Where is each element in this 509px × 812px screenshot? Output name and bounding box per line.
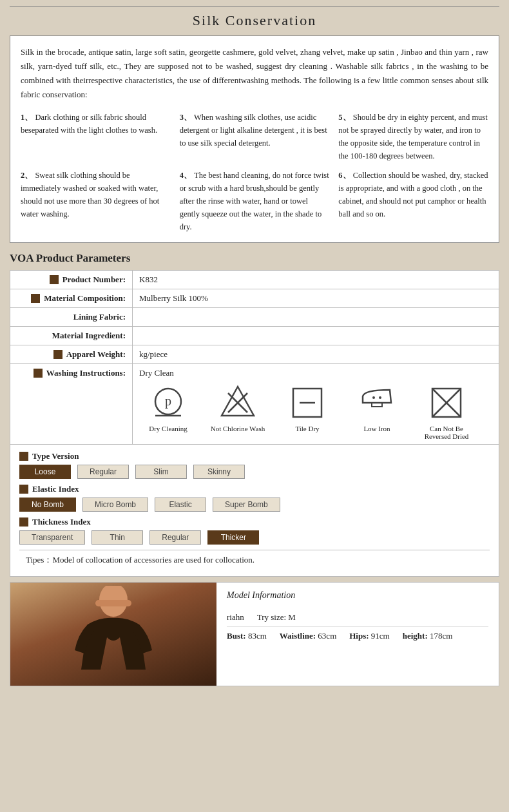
washing-value: Dry Clean p Dry Cleaning Not Chlorine Wa…	[133, 364, 499, 445]
variant-btn-1[interactable]: Regular	[77, 465, 129, 479]
silk-tip-2: 3、 When washing silk clothes, use acidic…	[180, 111, 330, 162]
dot-icon	[19, 452, 28, 461]
dot-icon	[50, 275, 59, 284]
variant-full-cell: Type VersionLooseRegularSlimSkinnyElasti…	[10, 445, 499, 577]
dot-icon	[31, 294, 40, 303]
tip-number: 2、	[21, 171, 33, 180]
not-chlorine-wash-icon: Not Chlorine Wash	[209, 383, 267, 432]
measurement-1: Waistline: 63cm	[280, 631, 336, 641]
variant-full-row: Type VersionLooseRegularSlimSkinnyElasti…	[10, 445, 499, 577]
svg-point-10	[379, 396, 381, 399]
param-label-4: Apparel Weight:	[10, 345, 133, 364]
param-row-0: Product Number:K832	[10, 271, 499, 289]
model-info-title: Model Information	[227, 590, 488, 601]
page-wrapper: Silk Conservation Silk in the brocade, a…	[0, 0, 509, 693]
param-value-0: K832	[133, 271, 499, 289]
variant-buttons: No BombMicro BombElasticSuper Bomb	[19, 498, 490, 512]
dot-icon	[53, 350, 62, 359]
model-measurements-row: Bust: 83cmWaistline: 63cmHips: 91cmheigh…	[227, 627, 488, 645]
silk-tip-3: 5、 Should be dry in eighty percent, and …	[338, 111, 488, 162]
tip-number: 6、	[338, 171, 351, 180]
variant-btn-3[interactable]: Thicker	[207, 530, 259, 545]
param-label-2: Lining Fabric:	[10, 308, 133, 327]
silk-title: Silk Conservation	[10, 12, 499, 29]
model-section: Model Information riahn Try size: M Bust…	[10, 582, 499, 686]
measurement-0: Bust: 83cm	[227, 631, 267, 641]
tile-dry-icon: Tile Dry	[278, 383, 336, 432]
svg-text:p: p	[165, 394, 171, 409]
variant-btn-0[interactable]: Transparent	[19, 530, 85, 545]
param-label-3: Material Ingredient:	[10, 327, 133, 345]
param-row-3: Material Ingredient:	[10, 327, 499, 345]
param-row-2: Lining Fabric:	[10, 308, 499, 327]
param-label-1: Material Composition:	[10, 289, 133, 308]
params-table: Product Number:K832Material Composition:…	[10, 270, 499, 577]
param-row-4: Apparel Weight:kg/piece	[10, 345, 499, 364]
model-photo-placeholder	[10, 583, 216, 686]
param-label-0: Product Number:	[10, 271, 133, 289]
model-try-size: Try size: M	[257, 612, 296, 623]
variant-btn-3[interactable]: Skinny	[193, 465, 245, 479]
svg-rect-15	[95, 600, 131, 606]
dry-cleaning-icon: p Dry Cleaning	[139, 383, 197, 432]
model-name: riahn	[227, 612, 244, 623]
washing-icons-row: p Dry Cleaning Not Chlorine Wash Tile Dr…	[139, 383, 492, 440]
variant-row-label: Type Version	[19, 451, 490, 461]
variant-btn-3[interactable]: Super Bomb	[213, 498, 280, 512]
param-value-3	[133, 327, 499, 345]
variant-btn-0[interactable]: No Bomb	[19, 498, 76, 512]
variant-btn-2[interactable]: Regular	[149, 530, 201, 545]
variant-btn-0[interactable]: Loose	[19, 465, 71, 479]
tip-number: 3、	[180, 113, 192, 122]
param-value-4: kg/piece	[133, 345, 499, 364]
variant-buttons: LooseRegularSlimSkinny	[19, 465, 490, 479]
top-divider	[10, 6, 499, 7]
washing-label: Washing Instructions:	[10, 364, 133, 445]
param-row-1: Material Composition:Mulberry Silk 100%	[10, 289, 499, 308]
silk-tip-1: 1、 Dark clothing or silk fabric should b…	[21, 111, 171, 162]
tip-number: 5、	[338, 113, 351, 122]
tip-number: 1、	[21, 113, 33, 122]
icon-label: Can Not Be Reversed Dried	[418, 425, 475, 440]
variant-section: Elastic IndexNo BombMicro BombElasticSup…	[19, 484, 490, 512]
param-value-1: Mulberry Silk 100%	[133, 289, 499, 308]
dot-icon	[19, 485, 28, 494]
svg-point-9	[372, 396, 375, 399]
model-info: Model Information riahn Try size: M Bust…	[216, 583, 499, 686]
icon-label: Dry Cleaning	[149, 425, 187, 432]
silk-tips-grid: 1、 Dark clothing or silk fabric should b…	[21, 111, 488, 233]
silk-intro: Silk in the brocade, antique satin, larg…	[21, 45, 488, 102]
variant-btn-2[interactable]: Slim	[135, 465, 187, 479]
silk-box: Silk in the brocade, antique satin, larg…	[10, 35, 499, 243]
icon-label: Low Iron	[363, 425, 390, 432]
dot-icon	[34, 369, 43, 378]
svg-marker-3	[222, 387, 254, 416]
icon-label: Not Chlorine Wash	[211, 425, 265, 432]
voa-title: VOA Product Parameters	[10, 252, 499, 265]
model-silhouette	[49, 586, 178, 686]
variant-row-label: Thickness Index	[19, 517, 490, 527]
measurement-2: Hips: 91cm	[349, 631, 389, 641]
variant-btn-2[interactable]: Elastic	[155, 498, 206, 512]
washing-row: Washing Instructions:Dry Clean p Dry Cle…	[10, 364, 499, 445]
variant-btn-1[interactable]: Micro Bomb	[82, 498, 148, 512]
silk-tip-6: 6、 Collection should be washed, dry, sta…	[338, 169, 488, 233]
variant-row-label: Elastic Index	[19, 484, 490, 494]
voa-section: VOA Product Parameters Product Number:K8…	[10, 252, 499, 577]
variant-section: Thickness IndexTransparentThinRegularThi…	[19, 517, 490, 545]
param-value-2	[133, 308, 499, 327]
silk-conservation-section: Silk Conservation Silk in the brocade, a…	[10, 6, 499, 243]
variant-buttons: TransparentThinRegularThicker	[19, 530, 490, 545]
svg-rect-8	[372, 403, 382, 407]
variant-btn-1[interactable]: Thin	[91, 530, 143, 545]
can-not-reversed-icon: Can Not Be Reversed Dried	[418, 383, 475, 440]
model-photo	[10, 583, 216, 686]
variant-section: Type VersionLooseRegularSlimSkinny	[19, 451, 490, 479]
model-name-row: riahn Try size: M	[227, 608, 488, 627]
washing-header: Dry Clean	[139, 368, 492, 378]
icon-label: Tile Dry	[295, 425, 319, 432]
dot-icon	[19, 517, 28, 527]
low-iron-icon: Low Iron	[348, 383, 406, 432]
silk-tip-5: 4、 The best hand cleaning, do not force …	[180, 169, 330, 233]
tip-number: 4、	[180, 171, 192, 180]
